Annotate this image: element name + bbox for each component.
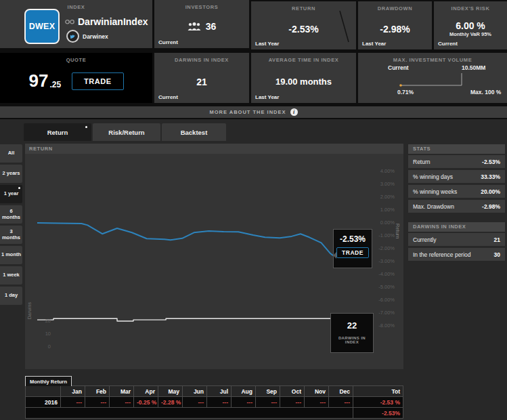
col-apr: Apr xyxy=(134,386,158,397)
monthly-return-table: Jan Feb Mar Apr May Jun Jul Aug Sep Oct … xyxy=(25,385,403,419)
tab-return-label: Return xyxy=(47,129,68,136)
cell-dec: --- xyxy=(329,397,353,408)
investors-icon xyxy=(188,22,201,31)
tooltip-trade-button[interactable]: TRADE xyxy=(336,247,369,258)
stat-row-max-drawdown: Max. Drawdown -2.98% xyxy=(408,200,505,213)
grand-total-cell: -2.53% xyxy=(353,408,403,419)
col-jan: Jan xyxy=(61,386,85,397)
stat-label: In the reference period xyxy=(413,251,471,258)
cell-jul: --- xyxy=(207,397,232,408)
darwins-card-title: DARWINS IN INDEX xyxy=(154,57,249,63)
col-sep: Sep xyxy=(256,386,280,397)
range-all[interactable]: All xyxy=(0,144,22,163)
darwins-tooltip: 22 DARWINS IN INDEX xyxy=(330,313,374,353)
darwins-row-reference-period: In the reference period 30 xyxy=(408,248,505,261)
drawdown-card: DRAWDOWN -2.98% Last Year xyxy=(358,1,432,49)
risk-value: 6.00 % xyxy=(434,20,507,31)
darwins-card-value: 21 xyxy=(154,77,249,87)
stat-row-winning-days: % winning days 33.33% xyxy=(408,170,505,183)
darwins-line xyxy=(37,318,333,321)
avg-time-title: AVERAGE TIME IN INDEX xyxy=(251,57,356,63)
chart-header: RETURN xyxy=(25,144,403,154)
avg-time-card: AVERAGE TIME IN INDEX 19.00 months Last … xyxy=(251,53,356,103)
investors-value: 36 xyxy=(206,21,217,32)
range-1-month[interactable]: 1 month xyxy=(0,246,22,264)
stat-value: -2.53% xyxy=(482,159,500,165)
darwinex-index-page: INDEX DWEX DarwinianIndex Darwinex INVES… xyxy=(0,0,507,420)
range-2-years[interactable]: 2 years xyxy=(0,165,22,183)
monthly-total-row: -2.53% xyxy=(26,408,403,419)
col-jun: Jun xyxy=(183,386,207,397)
quote-value-int: 97 xyxy=(29,70,49,91)
range-1-year-label: 1 year xyxy=(4,191,19,196)
cell-sep: --- xyxy=(256,397,280,408)
max-volume-card: MAX. INVESTMENT VOLUME Current 10.50MM 0… xyxy=(358,53,507,103)
tab-active-dot xyxy=(85,126,87,128)
range-1-month-label: 1 month xyxy=(1,252,21,257)
range-active-dot xyxy=(18,187,20,189)
info-icon[interactable]: i xyxy=(290,108,298,116)
index-card-title: INDEX xyxy=(0,4,152,10)
drawdown-title: DRAWDOWN xyxy=(358,5,432,12)
range-6-months[interactable]: 6 months xyxy=(0,205,22,224)
col-feb: Feb xyxy=(85,386,110,397)
range-1-week[interactable]: 1 week xyxy=(0,266,22,285)
range-1-week-label: 1 week xyxy=(3,272,20,278)
return-tooltip-value: -2.53% xyxy=(334,234,372,244)
max-volume-range-line xyxy=(358,53,507,103)
trade-button[interactable]: TRADE xyxy=(72,72,123,90)
tab-risk-return-label: Risk/Return xyxy=(108,129,144,136)
range-3-months[interactable]: 3 months xyxy=(0,226,22,244)
range-1-year[interactable]: 1 year xyxy=(0,185,22,203)
tab-backtest[interactable]: Backtest xyxy=(162,123,226,141)
tab-return[interactable]: Return xyxy=(24,123,91,141)
more-about-bar[interactable]: MORE ABOUT THE INDEX i xyxy=(0,106,507,118)
col-nov: Nov xyxy=(305,386,329,397)
darwins-row-currently: Currently 21 xyxy=(408,233,505,246)
col-aug: Aug xyxy=(232,386,256,397)
darwins-tooltip-label: DARWINS IN INDEX xyxy=(331,336,373,344)
provider-row[interactable]: Darwinex xyxy=(66,30,108,43)
return-chart-panel[interactable]: RETURN 4.00%3.00%2.00%1.00%0.00%-1.00%-2… xyxy=(25,144,403,369)
drawdown-footer: Last Year xyxy=(362,41,386,47)
link-icon[interactable] xyxy=(65,19,74,25)
drawdown-value: -2.98% xyxy=(358,24,432,35)
monthly-header-year xyxy=(26,386,61,397)
quote-value-dec: .25 xyxy=(49,80,61,89)
return-line xyxy=(37,223,333,255)
index-card: INDEX DWEX DarwinianIndex Darwinex xyxy=(0,0,152,48)
return-sparkline xyxy=(337,7,351,45)
stat-value: 20.00% xyxy=(481,188,500,195)
return-card: RETURN -2.53% Last Year xyxy=(251,1,356,49)
cell-apr: -0.25 % xyxy=(134,397,158,408)
avg-time-footer: Last Year xyxy=(255,94,279,100)
year-cell: 2016 xyxy=(26,397,61,408)
col-tot: Tot xyxy=(353,386,403,397)
range-1-day-label: 1 day xyxy=(5,293,18,298)
risk-footer: Current xyxy=(438,41,458,47)
stat-label: Currently xyxy=(413,236,436,243)
side-stats-column: STATS Return -2.53% % winning days 33.33… xyxy=(408,144,505,263)
tab-risk-return[interactable]: Risk/Return xyxy=(93,123,160,141)
return-footer: Last Year xyxy=(255,41,279,47)
stat-row-return: Return -2.53% xyxy=(408,155,505,168)
total-row-empty xyxy=(26,408,353,419)
stat-value: 33.33% xyxy=(481,173,500,180)
quote-card: QUOTE 97 .25 TRADE xyxy=(0,53,152,103)
cell-tot: -2.53 % xyxy=(353,397,403,408)
darwins-tooltip-value: 22 xyxy=(331,320,373,331)
risk-subtitle: Monthly VaR 95% xyxy=(434,31,507,37)
cell-oct: --- xyxy=(280,397,305,408)
cell-may: -2.28 % xyxy=(158,397,183,408)
range-all-label: All xyxy=(8,150,15,156)
range-1-day[interactable]: 1 day xyxy=(0,287,22,305)
stat-value: 21 xyxy=(494,236,500,243)
darwins-card-footer: Current xyxy=(158,94,178,100)
monthly-return-tab[interactable]: Monthly Return xyxy=(25,376,72,386)
range-6-months-label: 6 months xyxy=(0,209,22,220)
stats-header: STATS xyxy=(408,144,505,154)
col-may: May xyxy=(158,386,183,397)
darwinex-bird-icon xyxy=(66,30,79,43)
risk-title: INDEX'S RISK xyxy=(434,5,507,12)
stat-value: 30 xyxy=(494,251,500,258)
